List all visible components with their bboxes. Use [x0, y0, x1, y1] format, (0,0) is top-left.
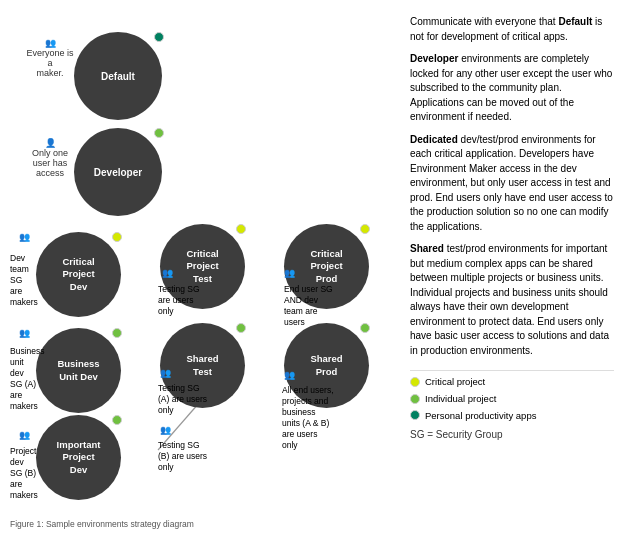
- person-test-b: 👥: [160, 425, 171, 435]
- node-cp-prod-dot: [360, 224, 370, 234]
- label-proj-dev: Project devSG (B) aremakers: [10, 446, 36, 501]
- node-imp-dev-label: ImportantProjectDev: [57, 439, 101, 476]
- legend-label-personal: Personal productivity apps: [425, 409, 536, 423]
- person-test-a: 👥: [160, 368, 171, 378]
- node-imp-dev-dot: [112, 415, 122, 425]
- legend-developer-desc: Developer environments are completely lo…: [410, 52, 614, 125]
- node-default: Default: [74, 32, 162, 120]
- person-shared-prod: 👥: [284, 370, 295, 380]
- legend-item-personal: Personal productivity apps: [410, 409, 614, 423]
- node-shared-prod-label: SharedProd: [310, 353, 342, 378]
- label-bu-makers: Business unitdev SG (A)are makers: [10, 346, 36, 412]
- legend-area: Communicate with everyone that Default i…: [400, 10, 614, 533]
- label-testing-sg-cp: Testing SGare usersonly: [158, 284, 200, 317]
- label-end-user-cp: End user SGAND devteam areusers: [284, 284, 333, 328]
- node-developer-dot: [154, 128, 164, 138]
- label-testing-b: Testing SG(B) are usersonly: [158, 440, 207, 473]
- node-cp-prod-label: CriticalProjectProd: [310, 248, 342, 285]
- node-default-label: Default: [101, 70, 135, 83]
- label-testing-a: Testing SG(A) are usersonly: [158, 383, 207, 416]
- node-bu-dev-label: BusinessUnit Dev: [57, 358, 99, 383]
- person-cp-dev: 👥: [10, 232, 38, 242]
- node-developer-label: Developer: [94, 166, 142, 179]
- node-shared-test-dot: [236, 323, 246, 333]
- legend-label-individual: Individual project: [425, 392, 496, 406]
- person-default: 👥 Everyone is amaker.: [24, 38, 76, 78]
- legend-item-critical: Critical project: [410, 375, 614, 389]
- legend-shared-desc: Shared test/prod environments for import…: [410, 242, 614, 358]
- node-default-dot: [154, 32, 164, 42]
- person-cp-prod: 👥: [284, 268, 295, 278]
- node-bu-dev-dot: [112, 328, 122, 338]
- legend-label-critical: Critical project: [425, 375, 485, 389]
- legend-item-individual: Individual project: [410, 392, 614, 406]
- person-cp-test: 👥: [162, 268, 173, 278]
- dot-personal: [410, 410, 420, 420]
- diagram-area: Default 👥 Everyone is amaker. Developer …: [10, 10, 400, 533]
- node-shared-test-label: SharedTest: [186, 353, 218, 378]
- label-everyone: Everyone is amaker.: [24, 48, 76, 78]
- node-cp-test-dot: [236, 224, 246, 234]
- node-cp-dev: CriticalProjectDev: [36, 232, 121, 317]
- node-bu-dev: BusinessUnit Dev: [36, 328, 121, 413]
- node-shared-prod-dot: [360, 323, 370, 333]
- node-cp-test-label: CriticalProjectTest: [186, 248, 218, 285]
- label-one-user: Only oneuser hasaccess: [32, 148, 68, 178]
- legend-divider: [410, 370, 614, 371]
- person-imp-dev: 👥: [10, 430, 38, 440]
- dot-individual: [410, 394, 420, 404]
- node-developer: Developer: [74, 128, 162, 216]
- label-all-end: All end users,projects andbusinessunits …: [282, 385, 334, 451]
- node-cp-dev-label: CriticalProjectDev: [62, 256, 94, 293]
- legend-default-desc: Communicate with everyone that Default i…: [410, 15, 614, 44]
- label-dev-team: Dev team SGare makers: [10, 253, 36, 308]
- sg-note: SG = Security Group: [410, 428, 614, 443]
- person-developer: 👤 Only oneuser hasaccess: [24, 138, 76, 178]
- main-container: Default 👥 Everyone is amaker. Developer …: [0, 0, 624, 543]
- figure-caption: Figure 1: Sample environments strategy d…: [10, 519, 194, 529]
- person-bu-dev: 👥: [10, 328, 38, 338]
- legend-dedicated-desc: Dedicated dev/test/prod environments for…: [410, 133, 614, 235]
- node-imp-dev: ImportantProjectDev: [36, 415, 121, 500]
- dot-critical: [410, 377, 420, 387]
- node-cp-dev-dot: [112, 232, 122, 242]
